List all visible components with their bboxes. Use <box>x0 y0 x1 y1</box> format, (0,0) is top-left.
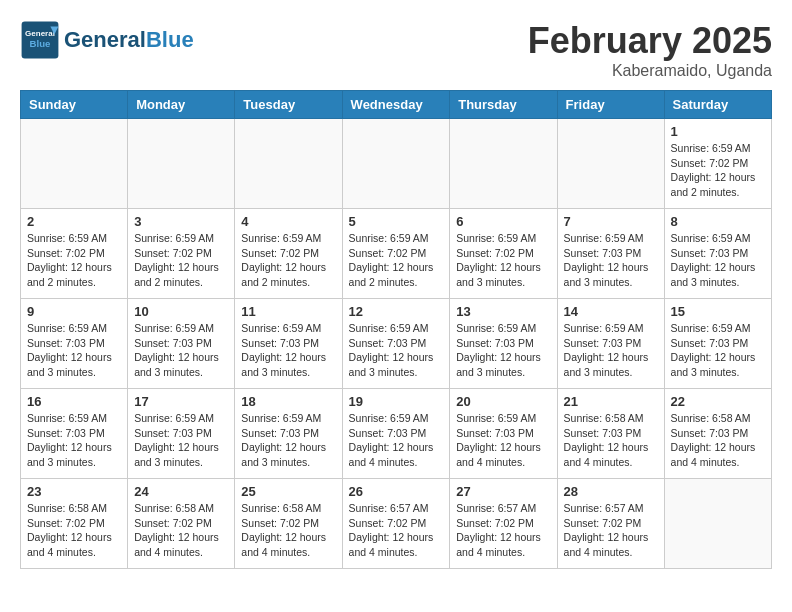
day-info: Sunrise: 6:59 AM Sunset: 7:02 PM Dayligh… <box>671 141 765 200</box>
calendar-cell <box>664 479 771 569</box>
day-number: 21 <box>564 394 658 409</box>
calendar-cell <box>235 119 342 209</box>
calendar-cell: 4Sunrise: 6:59 AM Sunset: 7:02 PM Daylig… <box>235 209 342 299</box>
day-number: 10 <box>134 304 228 319</box>
calendar-cell <box>450 119 557 209</box>
day-info: Sunrise: 6:58 AM Sunset: 7:03 PM Dayligh… <box>671 411 765 470</box>
day-info: Sunrise: 6:59 AM Sunset: 7:03 PM Dayligh… <box>564 231 658 290</box>
day-number: 17 <box>134 394 228 409</box>
week-row-2: 2Sunrise: 6:59 AM Sunset: 7:02 PM Daylig… <box>21 209 772 299</box>
day-number: 23 <box>27 484 121 499</box>
calendar-cell: 15Sunrise: 6:59 AM Sunset: 7:03 PM Dayli… <box>664 299 771 389</box>
calendar-cell: 9Sunrise: 6:59 AM Sunset: 7:03 PM Daylig… <box>21 299 128 389</box>
column-header-thursday: Thursday <box>450 91 557 119</box>
day-number: 13 <box>456 304 550 319</box>
day-number: 27 <box>456 484 550 499</box>
column-header-monday: Monday <box>128 91 235 119</box>
month-title: February 2025 <box>528 20 772 62</box>
day-number: 11 <box>241 304 335 319</box>
day-number: 9 <box>27 304 121 319</box>
column-header-friday: Friday <box>557 91 664 119</box>
calendar-cell: 8Sunrise: 6:59 AM Sunset: 7:03 PM Daylig… <box>664 209 771 299</box>
logo-icon: General Blue <box>20 20 60 60</box>
day-info: Sunrise: 6:59 AM Sunset: 7:03 PM Dayligh… <box>27 411 121 470</box>
week-row-1: 1Sunrise: 6:59 AM Sunset: 7:02 PM Daylig… <box>21 119 772 209</box>
day-info: Sunrise: 6:59 AM Sunset: 7:02 PM Dayligh… <box>456 231 550 290</box>
calendar-cell: 7Sunrise: 6:59 AM Sunset: 7:03 PM Daylig… <box>557 209 664 299</box>
day-number: 3 <box>134 214 228 229</box>
calendar-cell: 23Sunrise: 6:58 AM Sunset: 7:02 PM Dayli… <box>21 479 128 569</box>
day-number: 22 <box>671 394 765 409</box>
day-number: 14 <box>564 304 658 319</box>
calendar-table: SundayMondayTuesdayWednesdayThursdayFrid… <box>20 90 772 569</box>
day-number: 28 <box>564 484 658 499</box>
day-number: 7 <box>564 214 658 229</box>
day-info: Sunrise: 6:57 AM Sunset: 7:02 PM Dayligh… <box>456 501 550 560</box>
day-number: 20 <box>456 394 550 409</box>
calendar-cell: 13Sunrise: 6:59 AM Sunset: 7:03 PM Dayli… <box>450 299 557 389</box>
day-number: 6 <box>456 214 550 229</box>
day-number: 24 <box>134 484 228 499</box>
calendar-cell: 20Sunrise: 6:59 AM Sunset: 7:03 PM Dayli… <box>450 389 557 479</box>
day-info: Sunrise: 6:59 AM Sunset: 7:03 PM Dayligh… <box>456 321 550 380</box>
day-number: 19 <box>349 394 444 409</box>
day-number: 25 <box>241 484 335 499</box>
svg-text:Blue: Blue <box>30 38 51 49</box>
day-number: 18 <box>241 394 335 409</box>
week-row-3: 9Sunrise: 6:59 AM Sunset: 7:03 PM Daylig… <box>21 299 772 389</box>
day-info: Sunrise: 6:59 AM Sunset: 7:02 PM Dayligh… <box>134 231 228 290</box>
column-header-sunday: Sunday <box>21 91 128 119</box>
day-info: Sunrise: 6:59 AM Sunset: 7:03 PM Dayligh… <box>241 411 335 470</box>
calendar-cell: 12Sunrise: 6:59 AM Sunset: 7:03 PM Dayli… <box>342 299 450 389</box>
day-info: Sunrise: 6:59 AM Sunset: 7:03 PM Dayligh… <box>134 321 228 380</box>
calendar-cell: 16Sunrise: 6:59 AM Sunset: 7:03 PM Dayli… <box>21 389 128 479</box>
day-number: 1 <box>671 124 765 139</box>
calendar-cell: 22Sunrise: 6:58 AM Sunset: 7:03 PM Dayli… <box>664 389 771 479</box>
calendar-cell: 24Sunrise: 6:58 AM Sunset: 7:02 PM Dayli… <box>128 479 235 569</box>
calendar-cell: 3Sunrise: 6:59 AM Sunset: 7:02 PM Daylig… <box>128 209 235 299</box>
day-info: Sunrise: 6:58 AM Sunset: 7:02 PM Dayligh… <box>27 501 121 560</box>
day-info: Sunrise: 6:59 AM Sunset: 7:03 PM Dayligh… <box>27 321 121 380</box>
day-number: 2 <box>27 214 121 229</box>
calendar-cell: 11Sunrise: 6:59 AM Sunset: 7:03 PM Dayli… <box>235 299 342 389</box>
calendar-cell <box>557 119 664 209</box>
calendar-cell: 10Sunrise: 6:59 AM Sunset: 7:03 PM Dayli… <box>128 299 235 389</box>
day-number: 16 <box>27 394 121 409</box>
calendar-cell: 6Sunrise: 6:59 AM Sunset: 7:02 PM Daylig… <box>450 209 557 299</box>
calendar-cell: 26Sunrise: 6:57 AM Sunset: 7:02 PM Dayli… <box>342 479 450 569</box>
day-info: Sunrise: 6:59 AM Sunset: 7:03 PM Dayligh… <box>349 411 444 470</box>
title-area: February 2025 Kaberamaido, Uganda <box>528 20 772 80</box>
calendar-cell: 19Sunrise: 6:59 AM Sunset: 7:03 PM Dayli… <box>342 389 450 479</box>
day-info: Sunrise: 6:57 AM Sunset: 7:02 PM Dayligh… <box>349 501 444 560</box>
week-row-5: 23Sunrise: 6:58 AM Sunset: 7:02 PM Dayli… <box>21 479 772 569</box>
day-info: Sunrise: 6:59 AM Sunset: 7:03 PM Dayligh… <box>564 321 658 380</box>
day-number: 8 <box>671 214 765 229</box>
calendar-cell: 14Sunrise: 6:59 AM Sunset: 7:03 PM Dayli… <box>557 299 664 389</box>
column-header-wednesday: Wednesday <box>342 91 450 119</box>
calendar-cell: 27Sunrise: 6:57 AM Sunset: 7:02 PM Dayli… <box>450 479 557 569</box>
day-info: Sunrise: 6:59 AM Sunset: 7:03 PM Dayligh… <box>456 411 550 470</box>
day-number: 26 <box>349 484 444 499</box>
column-header-tuesday: Tuesday <box>235 91 342 119</box>
day-info: Sunrise: 6:58 AM Sunset: 7:02 PM Dayligh… <box>134 501 228 560</box>
day-info: Sunrise: 6:59 AM Sunset: 7:03 PM Dayligh… <box>241 321 335 380</box>
calendar-cell: 17Sunrise: 6:59 AM Sunset: 7:03 PM Dayli… <box>128 389 235 479</box>
day-info: Sunrise: 6:59 AM Sunset: 7:03 PM Dayligh… <box>671 321 765 380</box>
day-info: Sunrise: 6:59 AM Sunset: 7:02 PM Dayligh… <box>241 231 335 290</box>
day-number: 15 <box>671 304 765 319</box>
day-info: Sunrise: 6:59 AM Sunset: 7:03 PM Dayligh… <box>349 321 444 380</box>
calendar-cell <box>21 119 128 209</box>
calendar-cell: 1Sunrise: 6:59 AM Sunset: 7:02 PM Daylig… <box>664 119 771 209</box>
week-row-4: 16Sunrise: 6:59 AM Sunset: 7:03 PM Dayli… <box>21 389 772 479</box>
logo-blue: Blue <box>146 27 194 52</box>
day-info: Sunrise: 6:59 AM Sunset: 7:02 PM Dayligh… <box>27 231 121 290</box>
calendar-cell: 5Sunrise: 6:59 AM Sunset: 7:02 PM Daylig… <box>342 209 450 299</box>
column-header-saturday: Saturday <box>664 91 771 119</box>
svg-text:General: General <box>25 29 55 38</box>
day-info: Sunrise: 6:59 AM Sunset: 7:03 PM Dayligh… <box>671 231 765 290</box>
day-info: Sunrise: 6:59 AM Sunset: 7:03 PM Dayligh… <box>134 411 228 470</box>
day-info: Sunrise: 6:58 AM Sunset: 7:02 PM Dayligh… <box>241 501 335 560</box>
calendar-cell: 21Sunrise: 6:58 AM Sunset: 7:03 PM Dayli… <box>557 389 664 479</box>
day-info: Sunrise: 6:58 AM Sunset: 7:03 PM Dayligh… <box>564 411 658 470</box>
page-header: General Blue GeneralBlue February 2025 K… <box>20 20 772 80</box>
